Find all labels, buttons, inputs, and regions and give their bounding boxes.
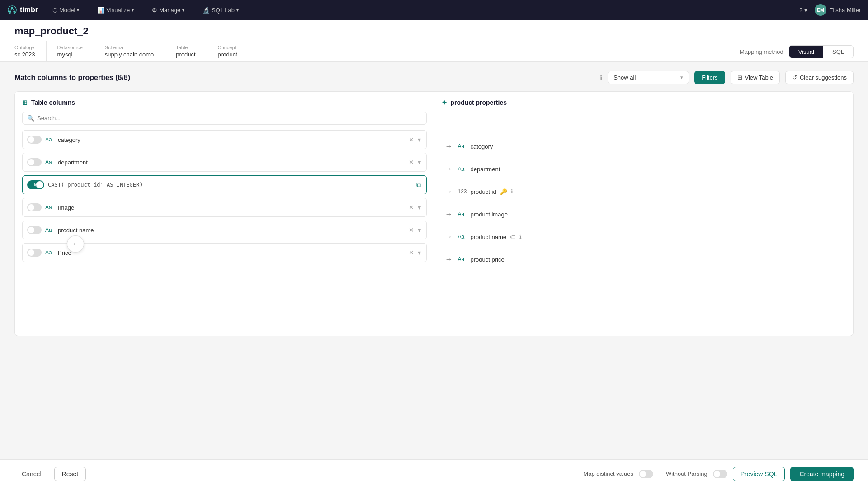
clear-suggestions-button[interactable]: ↺ Clear suggestions [785, 71, 854, 84]
table-columns-header: ⊞ Table columns [22, 99, 427, 106]
search-icon: 🔍 [27, 115, 34, 122]
back-arrow-icon: ← [72, 240, 79, 248]
expand-image-button[interactable]: ▾ [417, 203, 422, 211]
nav-sqllab[interactable]: 🔬 SQL Lab ▾ [199, 5, 242, 15]
filters-button[interactable]: Filters [694, 71, 725, 84]
help-button[interactable]: ? ▾ [799, 7, 807, 14]
show-all-dropdown[interactable]: Show all ▾ [608, 71, 689, 84]
search-input[interactable] [37, 115, 422, 122]
expand-department-button[interactable]: ▾ [417, 158, 422, 166]
clear-price-button[interactable]: ✕ [408, 249, 415, 257]
help-chevron-icon: ▾ [804, 7, 807, 14]
visualize-icon: 📊 [97, 7, 104, 14]
manage-chevron-icon: ▾ [182, 8, 184, 13]
key-icon: 🔑 [500, 188, 507, 195]
properties-icon: ✦ [442, 99, 447, 106]
match-title: Match columns to properties (6/6) [14, 74, 594, 82]
toggle-image[interactable] [27, 203, 42, 211]
clear-category-button[interactable]: ✕ [408, 136, 415, 144]
breadcrumb-datasource: Datasource mysql [57, 41, 94, 61]
property-row-product-name: → Aa product name 🏷 ℹ [442, 227, 846, 246]
view-table-button[interactable]: ⊞ View Table [731, 71, 780, 84]
topnav: timbr ⬡ Model ▾ 📊 Visualize ▾ ⚙ Manage ▾… [0, 0, 868, 20]
model-chevron-icon: ▾ [77, 8, 79, 13]
table-row-sql: f() CAST('product_id' AS INTEGER) ⧉ [22, 175, 427, 194]
svg-line-5 [12, 9, 14, 11]
page-header-wrapper: map_product_2 Ontology sc 2023 Datasourc… [0, 20, 868, 62]
property-row-product-price: → Aa product price [442, 250, 846, 269]
toolbar: Match columns to properties (6/6) ℹ Show… [14, 71, 854, 84]
show-all-chevron-icon: ▾ [680, 75, 683, 80]
breadcrumb-schema: Schema supply chain domo [105, 41, 165, 61]
manage-icon: ⚙ [152, 7, 157, 14]
arrow-icon: → [445, 165, 453, 173]
sqllab-icon: 🔬 [203, 7, 210, 14]
arrow-icon: → [445, 142, 453, 150]
table-icon: ⊞ [737, 74, 742, 81]
nav-manage[interactable]: ⚙ Manage ▾ [148, 5, 188, 15]
clear-product-name-button[interactable]: ✕ [408, 226, 415, 234]
help-icon: ? [799, 7, 802, 14]
method-toggle: Visual SQL [789, 45, 854, 58]
clear-icon: ↺ [792, 74, 797, 81]
toggle-department[interactable] [27, 158, 42, 166]
user-menu[interactable]: EM Elisha Miller [815, 4, 861, 16]
clear-image-button[interactable]: ✕ [408, 203, 415, 211]
table-row: Aa category ✕ ▾ [22, 130, 427, 149]
expand-product-name-button[interactable]: ▾ [417, 226, 422, 234]
product-properties-panel: ✦ product properties → Aa category → Aa … [434, 92, 854, 336]
nav-visualize[interactable]: 📊 Visualize ▾ [94, 5, 137, 15]
toggle-product-name[interactable] [27, 226, 42, 234]
property-row-product-image: → Aa product image [442, 205, 846, 224]
product-properties-header: ✦ product properties [442, 99, 846, 106]
table-columns-icon: ⊞ [22, 99, 28, 106]
content-area: Match columns to properties (6/6) ℹ Show… [0, 62, 868, 345]
breadcrumb: Ontology sc 2023 Datasource mysql Schema… [14, 41, 854, 61]
svg-point-1 [11, 7, 14, 9]
search-box[interactable]: 🔍 [22, 112, 427, 125]
back-button[interactable]: ← [67, 235, 84, 253]
breadcrumb-concept: Concept product [218, 41, 248, 61]
table-columns-panel: ⊞ Table columns 🔍 Aa category ✕ ▾ [15, 92, 434, 336]
breadcrumb-table: Table product [176, 41, 207, 61]
info-icon[interactable]: ℹ [600, 74, 602, 81]
page-header: map_product_2 Ontology sc 2023 Datasourc… [0, 20, 868, 62]
table-row: Aa product name ✕ ▾ [22, 221, 427, 239]
visualize-chevron-icon: ▾ [132, 8, 134, 13]
svg-point-2 [9, 10, 11, 13]
avatar: EM [815, 4, 826, 16]
expand-category-button[interactable]: ▾ [417, 136, 422, 144]
mapping-method-row: Mapping method Visual SQL [740, 45, 854, 58]
table-row: Aa department ✕ ▾ [22, 153, 427, 172]
arrow-icon: → [445, 233, 453, 241]
clear-department-button[interactable]: ✕ [408, 158, 415, 166]
sqllab-chevron-icon: ▾ [236, 8, 239, 13]
topnav-right: ? ▾ EM Elisha Miller [799, 4, 861, 16]
model-icon: ⬡ [52, 7, 57, 14]
logo[interactable]: timbr [7, 5, 38, 15]
timbr-logo-icon [7, 5, 17, 15]
property-row-product-id: → 123 product id 🔑 ℹ [442, 182, 846, 201]
page-title: map_product_2 [14, 25, 854, 37]
svg-line-4 [10, 9, 12, 11]
svg-point-3 [13, 10, 15, 13]
external-link-button[interactable]: ⧉ [415, 180, 422, 190]
table-row: Aa Image ✕ ▾ [22, 198, 427, 217]
toggle-product-id[interactable]: f() [27, 180, 44, 189]
method-sql-button[interactable]: SQL [823, 46, 853, 58]
info-prop-icon[interactable]: ℹ [511, 188, 513, 195]
main-card: ⊞ Table columns 🔍 Aa category ✕ ▾ [14, 91, 854, 336]
nav-model[interactable]: ⬡ Model ▾ [49, 5, 83, 15]
method-visual-button[interactable]: Visual [789, 46, 823, 58]
logo-text: timbr [20, 6, 38, 14]
arrow-icon: → [445, 210, 453, 218]
arrow-icon: → [445, 255, 453, 263]
breadcrumb-ontology: Ontology sc 2023 [14, 41, 47, 61]
tag-icon: 🏷 [510, 234, 516, 240]
toggle-category[interactable] [27, 136, 42, 144]
property-row-category: → Aa category [442, 137, 846, 156]
toggle-price[interactable] [27, 249, 42, 257]
arrow-icon: → [445, 188, 453, 196]
expand-price-button[interactable]: ▾ [417, 249, 422, 257]
info-prop-name-icon[interactable]: ℹ [519, 234, 522, 240]
